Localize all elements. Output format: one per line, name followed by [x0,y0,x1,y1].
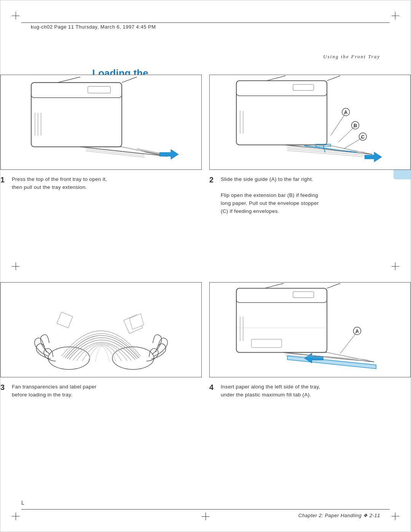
svg-rect-0 [31,83,122,147]
step-3-number: 3 [0,383,5,392]
footer-line [21,509,390,510]
image-row-2: A [0,282,411,377]
l-mark: L [21,500,24,506]
image-row-1: A B C [0,75,411,170]
svg-rect-49 [293,292,314,298]
svg-rect-1 [31,83,122,98]
svg-line-7 [80,147,167,156]
svg-text:B: B [354,123,357,128]
step-4-text: Insert paper along the left side of the … [221,383,411,399]
section-heading: Using the Front Tray [323,54,380,60]
svg-line-33 [331,113,346,136]
corner-mark-br [388,509,399,520]
svg-line-58 [340,332,357,354]
header-line [21,22,390,23]
svg-line-15 [86,151,145,157]
image-step-4: A [209,282,411,377]
mid-mark-right [392,262,399,270]
corner-mark-tl [12,12,23,23]
corner-mark-tr [388,12,399,23]
svg-line-17 [122,77,137,83]
step-row-2: 3 Fan transparencies and label paper bef… [0,383,411,399]
svg-rect-20 [293,85,314,91]
step-1-col: 1 Press the top of the front tray to ope… [0,176,202,216]
page: kug-ch02 Page 11 Thursday, March 6, 1997… [0,0,411,532]
svg-line-16 [57,77,80,83]
step-1-text: Press the top of the front tray to open … [12,176,202,192]
step-4-col: 4 Insert paper along the left side of th… [209,383,411,399]
footer-text: Chapter 2: Paper Handling ❖ 2-11 [298,513,380,518]
image-step-3 [0,282,202,377]
svg-point-46 [112,347,154,370]
svg-line-61 [264,283,284,288]
image-step-2: A B C [209,75,411,170]
step-row-1: 1 Press the top of the front tray to ope… [0,176,411,216]
svg-rect-64 [252,339,282,348]
svg-point-45 [48,347,90,370]
step-3-col: 3 Fan transparencies and label paper bef… [0,383,202,399]
image-step-1 [0,75,202,170]
svg-line-44 [327,76,340,81]
mid-mark-left [12,262,19,270]
svg-rect-19 [236,81,327,96]
corner-mark-bl [12,509,23,520]
svg-line-43 [266,76,285,81]
svg-rect-2 [88,86,111,93]
svg-marker-12 [159,149,178,159]
mid-mark-bottom [202,513,209,520]
step-2-text: Slide the side guide (A) to the far righ… [221,176,411,216]
svg-rect-48 [236,288,327,303]
svg-line-36 [338,126,355,142]
header-text: kug-ch02 Page 11 Thursday, March 6, 1997… [31,24,156,30]
step-2-col: 2 Slide the side guide (A) to the far ri… [209,176,411,216]
svg-line-27 [287,146,365,152]
svg-text:C: C [361,134,365,140]
svg-line-13 [86,148,145,154]
step-3-text: Fan transparencies and label paper befor… [12,383,202,399]
step-2-number: 2 [209,176,213,184]
step-4-number: 4 [209,383,213,392]
svg-text:A: A [344,109,347,115]
svg-text:A: A [355,328,359,334]
svg-line-62 [327,283,340,288]
step-1-number: 1 [0,176,5,184]
